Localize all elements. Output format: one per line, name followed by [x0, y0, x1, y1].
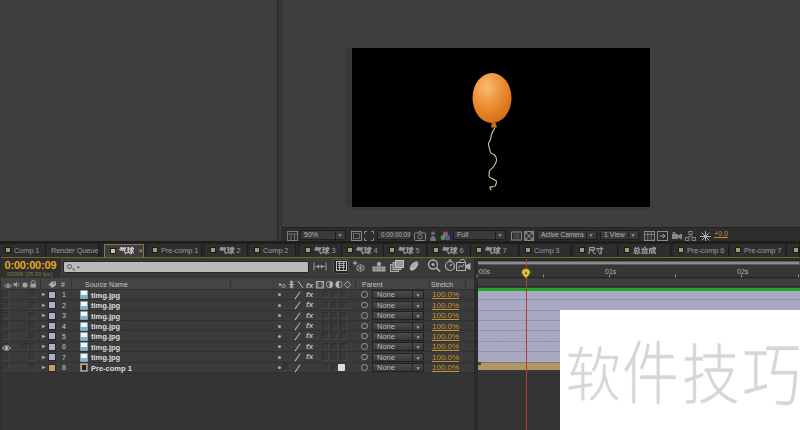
- svg-text:fx: fx: [306, 281, 314, 290]
